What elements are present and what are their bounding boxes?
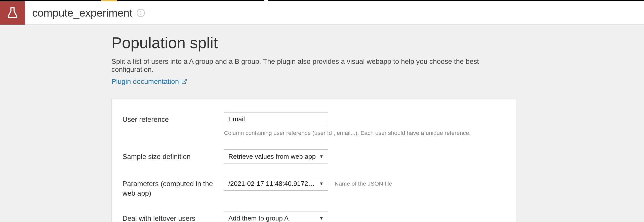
sample-size-value: Retrieve values from web app [228,153,316,160]
leftover-value: Add them to group A [228,214,289,222]
parameters-label: Parameters (computed in the web app) [123,177,224,198]
recipe-type-icon[interactable] [0,1,25,25]
page-description: Split a list of users into a A group and… [111,58,516,74]
sample-size-select[interactable]: Retrieve values from web app ▼ [224,149,328,163]
parameters-select[interactable]: /2021-02-17 11:48:40.917264.json ▼ [224,177,328,191]
recipe-title[interactable]: compute_experiment [32,7,132,19]
chevron-down-icon: ▼ [319,154,324,159]
compass-icon[interactable] [137,9,145,17]
user-reference-input[interactable] [224,112,328,126]
leftover-select[interactable]: Add them to group A ▼ [224,211,328,222]
plugin-documentation-label: Plugin documentation [111,78,179,86]
chevron-down-icon: ▼ [319,181,324,186]
header-bar: compute_experiment Summary Settings Inpu… [0,1,644,25]
svg-marker-0 [140,11,141,15]
svg-line-1 [184,79,187,82]
chevron-down-icon: ▼ [319,216,324,221]
plugin-documentation-link[interactable]: Plugin documentation [111,78,187,86]
sample-size-label: Sample size definition [123,149,224,161]
external-link-icon [181,79,187,84]
user-reference-label: User reference [123,112,224,124]
leftover-label: Deal with leftover users [123,211,224,222]
user-reference-help: Column containing user reference (user I… [224,130,505,136]
settings-panel: User reference Column containing user re… [111,99,516,222]
window-top-accent [0,0,644,1]
parameters-side-help: Name of the JSON file [335,180,392,187]
page-title: Population split [111,34,516,52]
parameters-value: /2021-02-17 11:48:40.917264.json [228,180,316,188]
